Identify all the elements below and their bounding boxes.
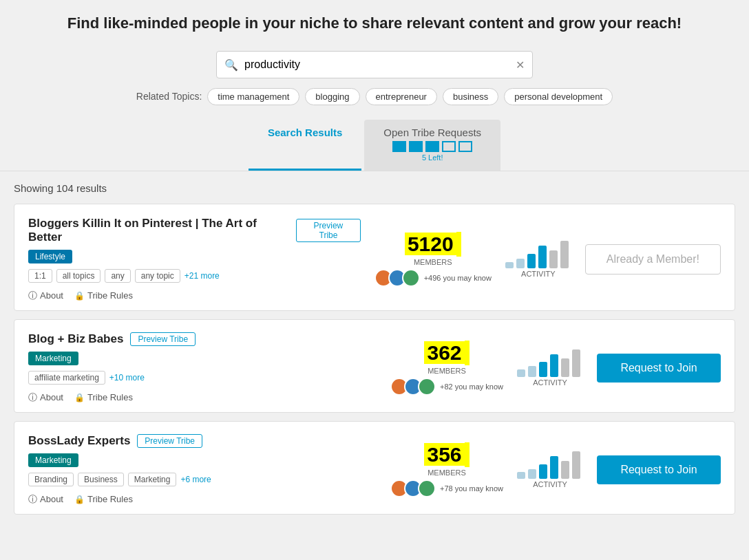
card-left: Bloggers Killin It on Pinterest | The Ar… — [28, 217, 361, 302]
svg-rect-2 — [527, 254, 536, 268]
tribe-tag[interactable]: any topic — [135, 269, 180, 283]
rules-label: Tribe Rules — [87, 290, 133, 301]
related-topic-pill[interactable]: blogging — [305, 88, 359, 105]
svg-rect-1 — [516, 259, 525, 268]
card-main: Blog + Biz Babes Preview Tribe Marketing… — [28, 332, 721, 404]
members-tail — [456, 232, 461, 257]
preview-tribe-button[interactable]: Preview Tribe — [130, 332, 196, 346]
preview-tribe-button[interactable]: Preview Tribe — [296, 219, 360, 242]
action-button[interactable]: Request to Join — [597, 455, 721, 484]
action-button[interactable]: Request to Join — [597, 354, 721, 383]
tribe-tag[interactable]: affiliate marketing — [28, 371, 105, 385]
search-icon: 🔍 — [224, 58, 238, 71]
info-icon: ⓘ — [28, 290, 37, 302]
card-right: 5120 MEMBERS +496 you may know — [361, 232, 721, 287]
tribe-category-badge: Marketing — [28, 352, 78, 365]
tribe-tags: affiliate marketing+10 more — [28, 371, 377, 385]
avatar-2 — [418, 480, 436, 497]
activity-bars — [505, 241, 571, 268]
tribe-tag[interactable]: any — [105, 269, 130, 283]
lock-icon: 🔒 — [74, 291, 85, 301]
slots-left-label: 5 Left! — [422, 153, 443, 162]
about-link[interactable]: ⓘ About — [28, 493, 63, 506]
tribe-card: BossLady Experts Preview Tribe Marketing… — [14, 421, 735, 515]
tribe-tags: BrandingBusinessMarketing+6 more — [28, 473, 377, 486]
card-right: 362 MEMBERS +82 you may know — [377, 341, 721, 396]
tribes-container: Bloggers Killin It on Pinterest | The Ar… — [14, 204, 735, 515]
svg-rect-14 — [539, 464, 547, 479]
card-right: 356 MEMBERS +78 you may know — [377, 442, 721, 497]
card-main: BossLady Experts Preview Tribe Marketing… — [28, 434, 721, 506]
members-label: MEMBERS — [428, 469, 466, 477]
svg-rect-6 — [517, 369, 525, 377]
about-label: About — [40, 290, 63, 301]
tribe-more-tags[interactable]: +10 more — [109, 373, 145, 383]
avatars — [390, 480, 436, 497]
slot-5 — [458, 141, 472, 152]
activity-label: ACTIVITY — [521, 270, 556, 278]
avatar-2 — [418, 378, 436, 396]
members-stat: 362 MEMBERS +82 you may know — [390, 341, 503, 396]
tribe-top-row: Blog + Biz Babes Preview Tribe — [28, 332, 377, 346]
tribe-footer: ⓘ About 🔒 Tribe Rules — [28, 391, 377, 404]
tribe-tag[interactable]: all topics — [56, 269, 101, 283]
members-tail — [465, 442, 470, 467]
related-topic-pill[interactable]: personal development — [504, 88, 613, 105]
knows-row: +82 you may know — [390, 378, 503, 396]
tribe-tag[interactable]: Marketing — [128, 473, 177, 486]
tribe-more-tags[interactable]: +6 more — [180, 475, 211, 484]
svg-rect-0 — [505, 262, 514, 268]
card-left: BossLady Experts Preview Tribe Marketing… — [28, 434, 377, 506]
members-tail — [465, 341, 470, 365]
page-header: Find like-minded people in your niche to… — [0, 0, 749, 44]
info-icon: ⓘ — [28, 391, 37, 404]
rules-link[interactable]: 🔒 Tribe Rules — [74, 494, 133, 504]
tab-open-tribe[interactable]: Open Tribe Requests 5 Left! — [364, 120, 500, 171]
svg-rect-12 — [517, 472, 525, 479]
slot-1 — [392, 141, 406, 152]
rules-label: Tribe Rules — [87, 392, 133, 402]
avatars — [374, 269, 420, 287]
about-link[interactable]: ⓘ About — [28, 391, 63, 404]
slot-3 — [425, 141, 439, 152]
content-area: Showing 104 results Bloggers Killin It o… — [0, 171, 749, 534]
tribe-more-tags[interactable]: +21 more — [184, 271, 220, 281]
rules-label: Tribe Rules — [87, 494, 133, 504]
open-tribe-tab-content: Open Tribe Requests 5 Left! — [383, 127, 481, 162]
activity-stat: ACTIVITY — [505, 241, 571, 278]
rules-link[interactable]: 🔒 Tribe Rules — [74, 392, 133, 402]
card-main: Bloggers Killin It on Pinterest | The Ar… — [28, 217, 721, 302]
clear-icon[interactable]: ✕ — [516, 58, 525, 71]
preview-tribe-button[interactable]: Preview Tribe — [137, 434, 202, 448]
members-number-wrap: 362 — [424, 341, 469, 365]
info-icon: ⓘ — [28, 493, 37, 506]
tribe-category-badge: Lifestyle — [28, 250, 72, 263]
related-topic-pill[interactable]: business — [443, 88, 498, 105]
tribe-name: Blog + Biz Babes — [28, 332, 123, 346]
about-link[interactable]: ⓘ About — [28, 290, 63, 302]
svg-rect-7 — [528, 366, 536, 377]
tribe-tag[interactable]: Branding — [28, 473, 74, 486]
related-topic-pill[interactable]: time management — [207, 88, 299, 105]
tribe-category-badge: Marketing — [28, 453, 78, 467]
knows-row: +78 you may know — [390, 480, 503, 497]
svg-rect-8 — [539, 362, 547, 377]
tribe-footer: ⓘ About 🔒 Tribe Rules — [28, 290, 361, 302]
tribe-top-row: BossLady Experts Preview Tribe — [28, 434, 377, 448]
tab-search-results[interactable]: Search Results — [249, 120, 361, 171]
related-topic-pill[interactable]: entrepreneur — [366, 88, 437, 105]
slot-2 — [409, 141, 423, 152]
svg-rect-15 — [550, 456, 558, 479]
card-left: Blog + Biz Babes Preview Tribe Marketing… — [28, 332, 377, 404]
slot-4 — [442, 141, 456, 152]
members-stat: 5120 MEMBERS +496 you may know — [374, 232, 492, 287]
svg-rect-17 — [572, 451, 580, 479]
tribe-tag[interactable]: 1:1 — [28, 269, 52, 283]
activity-stat: ACTIVITY — [517, 349, 583, 387]
search-area: 🔍 ✕ Related Topics: time managementblogg… — [0, 44, 749, 116]
activity-label: ACTIVITY — [533, 480, 567, 488]
tribe-tag[interactable]: Business — [78, 473, 124, 486]
knows-text: +82 you may know — [440, 383, 503, 391]
rules-link[interactable]: 🔒 Tribe Rules — [74, 290, 133, 301]
search-input[interactable] — [216, 51, 533, 78]
